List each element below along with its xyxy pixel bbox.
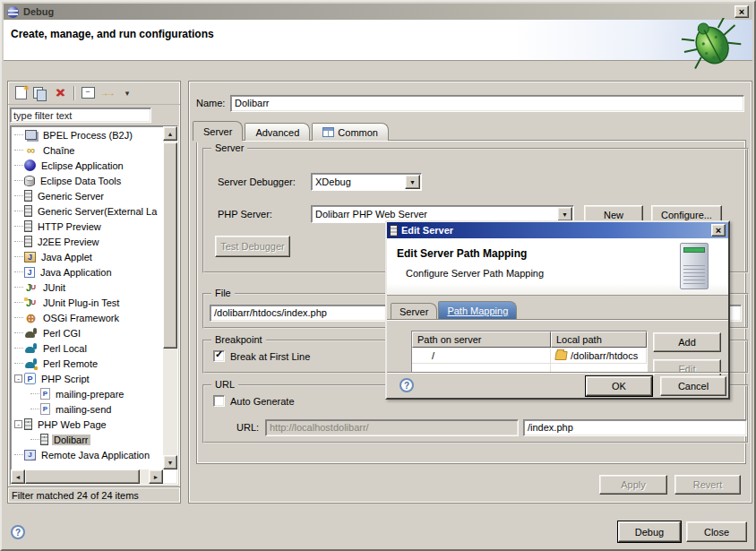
table-empty-row [412,363,647,372]
tree-item-junit-plug-in-test[interactable]: JUnit Plug-in Test [11,295,163,310]
collapse-all-icon[interactable] [78,84,98,102]
tree-connector [14,317,23,318]
tree-item-java-application[interactable]: Java Application [11,264,163,280]
close-button[interactable]: Close [686,521,747,542]
tree-item-label: mailing-send [54,404,113,415]
tree-connector [14,256,23,257]
delete-config-icon[interactable] [50,84,70,102]
tree-item-http-preview[interactable]: HTTP Preview [11,219,163,234]
server-debugger-select[interactable]: XDebug ▼ [311,173,422,191]
tree-item-bpel-process-b2j[interactable]: BPEL Process (B2J) [11,127,163,142]
collapse-toggle-icon[interactable]: - [14,375,22,383]
filter-icon[interactable] [98,84,117,102]
php-file-icon [40,388,50,400]
tab-common[interactable]: Common [312,123,389,141]
tree-connector [14,302,23,303]
collapse-toggle-icon[interactable]: - [14,420,22,428]
scroll-left-icon[interactable]: ◄ [11,469,25,484]
tree-connector [30,409,39,409]
window-title: Debug [23,6,54,17]
tree-item-generic-server-external-la[interactable]: Generic Server(External La [11,203,163,219]
tree-item-perl-remote[interactable]: Perl Remote [11,356,163,371]
server-icon [24,220,32,232]
dialog-help-icon[interactable]: ? [399,378,414,392]
tree-item-perl-cgi[interactable]: Perl CGI [11,325,163,340]
cancel-button[interactable]: Cancel [660,376,726,396]
break-first-line-checkbox[interactable]: ✓ [213,350,225,362]
apply-button[interactable]: Apply [599,475,667,495]
tree-horizontal-scrollbar[interactable]: ◄ ► [11,469,163,484]
tree-item-j2ee-preview[interactable]: J2EE Preview [11,234,163,249]
horizontal-scroll-thumb[interactable] [25,469,140,484]
toolbar-separator [73,86,74,100]
window-close-icon[interactable]: × [735,5,749,18]
tree-item-java-applet[interactable]: Java Applet [11,249,163,264]
tree-item-osgi-framework[interactable]: OSGi Framework [11,310,163,325]
help-icon[interactable]: ? [11,525,25,539]
url-path-input[interactable]: /index.php [523,419,747,436]
dialog-close-icon[interactable]: × [711,224,726,237]
dialog-tab-path-mapping[interactable]: Path Mapping [438,301,517,319]
tree-item-dolibarr[interactable]: Dolibarr [11,432,163,447]
auto-generate-checkbox[interactable] [213,395,225,407]
tree-connector [14,180,23,181]
tree-item-label: Perl Local [41,343,89,354]
tree-connector [30,439,39,440]
name-input[interactable]: Dolibarr [230,95,744,112]
tree-item-perl-local[interactable]: Perl Local [11,340,163,356]
new-config-icon[interactable] [11,84,30,102]
base-url-input: http://localhostdolibarr/ [265,419,519,436]
server-icon [24,190,32,202]
tree-vertical-scrollbar[interactable]: ▲ ▼ [163,126,177,469]
tree-connector [14,195,23,196]
test-debugger-button[interactable]: Test Debugger [215,236,290,257]
eclipse-icon [7,6,19,18]
ok-button[interactable]: OK [586,376,652,396]
dropdown-arrow-icon[interactable]: ▼ [557,207,572,221]
tree-item-label: Java Application [39,267,114,278]
scroll-right-icon[interactable]: ► [149,469,163,484]
eclipse-app-icon [24,159,36,171]
local-path-cell: /dolibarr/htdocs [551,348,647,363]
add-mapping-button[interactable]: Add [653,332,721,352]
dialog-tab-server[interactable]: Server [391,303,437,319]
url-group-legend: URL [211,379,238,390]
tree-item-mailing-send[interactable]: mailing-send [11,401,163,417]
perl-cgi-icon [24,327,38,340]
server-group-legend: Server [211,142,247,153]
tree-item-eclipse-data-tools[interactable]: Eclipse Data Tools [11,173,163,188]
tab-advanced[interactable]: Advanced [245,123,310,141]
duplicate-config-icon[interactable] [30,84,50,102]
tree-item-cha-ne[interactable]: Chaîne [11,142,163,158]
server-path-cell: / [412,348,551,363]
column-header-path-on-server[interactable]: Path on server [412,331,551,348]
revert-button[interactable]: Revert [674,475,741,495]
tree-item-generic-server[interactable]: Generic Server [11,188,163,203]
tree-item-label: mailing-prepare [54,389,125,400]
local-path-text: /dolibarr/htdocs [571,350,638,361]
mapping-row[interactable]: //dolibarr/htdocs [412,348,647,363]
vertical-scroll-thumb[interactable] [163,142,177,349]
scroll-down-icon[interactable]: ▼ [163,455,177,469]
tree-item-mailing-prepare[interactable]: mailing-prepare [11,386,163,401]
tree-item-junit[interactable]: JUnit [11,280,163,295]
debug-button[interactable]: Debug [618,521,681,542]
tree-item-label: Eclipse Application [39,160,125,171]
tree-item-label: Remote Java Application [39,450,151,461]
scroll-up-icon[interactable]: ▲ [163,126,177,141]
php-server-icon [24,418,32,430]
tree-item-php-script[interactable]: -PHP Script [11,371,163,386]
chain-icon [24,144,38,157]
tree-item-label: Java Applet [39,252,94,263]
tree-item-php-web-page[interactable]: -PHP Web Page [11,417,163,432]
tree-item-eclipse-application[interactable]: Eclipse Application [11,158,163,173]
menu-dropdown-icon[interactable] [117,84,137,102]
tree-connector [14,241,23,242]
dropdown-arrow-icon[interactable]: ▼ [405,175,420,189]
tree-item-remote-java-application[interactable]: Remote Java Application [11,447,163,462]
server-debugger-label: Server Debugger: [218,176,296,187]
name-label: Name: [196,98,230,108]
tab-server[interactable]: Server [193,121,243,141]
column-header-local-path[interactable]: Local path [551,331,647,348]
filter-input[interactable]: type filter text [10,108,151,123]
